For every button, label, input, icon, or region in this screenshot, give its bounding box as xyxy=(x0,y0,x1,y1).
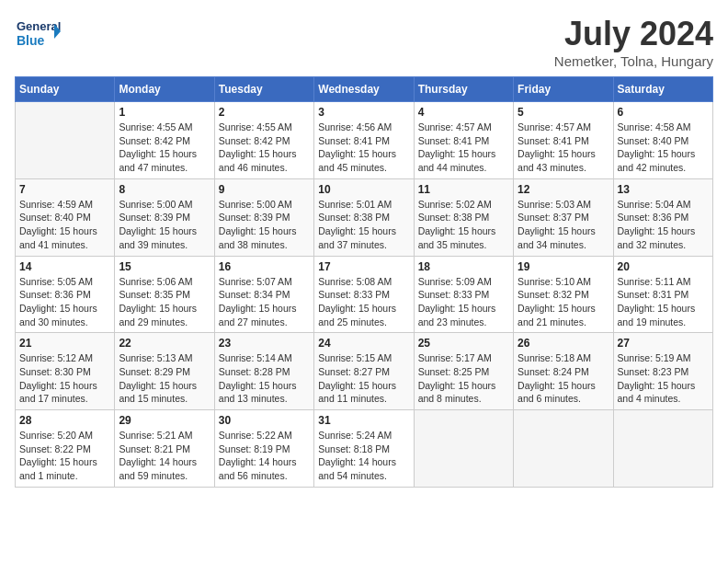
day-number: 29 xyxy=(119,414,210,427)
day-detail: Sunrise: 4:59 AM Sunset: 8:40 PM Dayligh… xyxy=(19,198,110,252)
svg-text:Blue: Blue xyxy=(17,33,45,48)
day-number: 25 xyxy=(418,337,509,350)
calendar-week-row: 14Sunrise: 5:05 AM Sunset: 8:36 PM Dayli… xyxy=(16,256,713,333)
day-number: 26 xyxy=(518,337,609,350)
calendar-cell: 28Sunrise: 5:20 AM Sunset: 8:22 PM Dayli… xyxy=(16,410,115,488)
day-detail: Sunrise: 5:00 AM Sunset: 8:39 PM Dayligh… xyxy=(119,198,210,252)
calendar-cell: 18Sunrise: 5:09 AM Sunset: 8:33 PM Dayli… xyxy=(414,256,513,333)
svg-text:General: General xyxy=(17,19,61,33)
day-detail: Sunrise: 4:57 AM Sunset: 8:41 PM Dayligh… xyxy=(418,121,509,175)
day-detail: Sunrise: 5:17 AM Sunset: 8:25 PM Dayligh… xyxy=(418,351,509,406)
day-detail: Sunrise: 5:01 AM Sunset: 8:38 PM Dayligh… xyxy=(318,198,409,252)
calendar-cell: 26Sunrise: 5:18 AM Sunset: 8:24 PM Dayli… xyxy=(514,333,613,410)
day-detail: Sunrise: 5:07 AM Sunset: 8:34 PM Dayligh… xyxy=(219,275,310,329)
month-year-title: July 2024 xyxy=(554,15,713,53)
calendar-cell: 21Sunrise: 5:12 AM Sunset: 8:30 PM Dayli… xyxy=(16,333,115,410)
day-number: 30 xyxy=(219,414,310,427)
calendar-week-row: 21Sunrise: 5:12 AM Sunset: 8:30 PM Dayli… xyxy=(16,333,713,410)
day-number: 8 xyxy=(119,183,210,196)
day-number: 1 xyxy=(119,106,210,119)
day-detail: Sunrise: 5:18 AM Sunset: 8:24 PM Dayligh… xyxy=(518,351,609,406)
day-number: 7 xyxy=(19,183,110,196)
day-detail: Sunrise: 4:57 AM Sunset: 8:41 PM Dayligh… xyxy=(518,121,609,175)
day-number: 31 xyxy=(318,414,409,427)
calendar-cell: 23Sunrise: 5:14 AM Sunset: 8:28 PM Dayli… xyxy=(214,333,313,410)
day-number: 15 xyxy=(119,260,210,273)
calendar-cell: 5Sunrise: 4:57 AM Sunset: 8:41 PM Daylig… xyxy=(514,102,613,179)
day-number: 22 xyxy=(119,337,210,350)
calendar-cell: 13Sunrise: 5:04 AM Sunset: 8:36 PM Dayli… xyxy=(613,178,712,256)
calendar-cell xyxy=(613,410,712,488)
calendar-cell: 14Sunrise: 5:05 AM Sunset: 8:36 PM Dayli… xyxy=(16,256,115,333)
day-detail: Sunrise: 4:55 AM Sunset: 8:42 PM Dayligh… xyxy=(219,121,310,175)
day-detail: Sunrise: 5:02 AM Sunset: 8:38 PM Dayligh… xyxy=(418,198,509,252)
weekday-header-saturday: Saturday xyxy=(613,77,712,102)
weekday-header-row: SundayMondayTuesdayWednesdayThursdayFrid… xyxy=(16,77,713,102)
day-detail: Sunrise: 5:19 AM Sunset: 8:23 PM Dayligh… xyxy=(618,351,709,406)
day-detail: Sunrise: 5:08 AM Sunset: 8:33 PM Dayligh… xyxy=(318,275,409,329)
day-detail: Sunrise: 5:00 AM Sunset: 8:39 PM Dayligh… xyxy=(219,198,310,252)
weekday-header-tuesday: Tuesday xyxy=(214,77,313,102)
weekday-header-friday: Friday xyxy=(514,77,613,102)
logo-svg: General Blue xyxy=(15,15,61,55)
day-detail: Sunrise: 5:09 AM Sunset: 8:33 PM Dayligh… xyxy=(418,275,509,329)
calendar-cell: 31Sunrise: 5:24 AM Sunset: 8:18 PM Dayli… xyxy=(314,410,414,488)
day-detail: Sunrise: 5:04 AM Sunset: 8:36 PM Dayligh… xyxy=(618,198,709,252)
logo: General Blue xyxy=(15,15,61,55)
day-detail: Sunrise: 4:56 AM Sunset: 8:41 PM Dayligh… xyxy=(318,121,409,175)
calendar-cell: 24Sunrise: 5:15 AM Sunset: 8:27 PM Dayli… xyxy=(314,333,414,410)
day-number: 4 xyxy=(418,106,509,119)
day-number: 27 xyxy=(618,337,709,350)
calendar-cell: 22Sunrise: 5:13 AM Sunset: 8:29 PM Dayli… xyxy=(115,333,214,410)
calendar-cell xyxy=(16,102,115,179)
day-detail: Sunrise: 5:03 AM Sunset: 8:37 PM Dayligh… xyxy=(518,198,609,252)
day-detail: Sunrise: 5:15 AM Sunset: 8:27 PM Dayligh… xyxy=(318,351,409,406)
calendar-cell: 9Sunrise: 5:00 AM Sunset: 8:39 PM Daylig… xyxy=(214,178,313,256)
day-number: 10 xyxy=(318,183,409,196)
weekday-header-wednesday: Wednesday xyxy=(314,77,414,102)
day-detail: Sunrise: 5:12 AM Sunset: 8:30 PM Dayligh… xyxy=(19,351,110,406)
day-detail: Sunrise: 5:24 AM Sunset: 8:18 PM Dayligh… xyxy=(318,429,409,483)
day-detail: Sunrise: 5:10 AM Sunset: 8:32 PM Dayligh… xyxy=(518,275,609,329)
day-number: 16 xyxy=(219,260,310,273)
day-detail: Sunrise: 5:14 AM Sunset: 8:28 PM Dayligh… xyxy=(219,351,310,406)
title-block: July 2024 Nemetker, Tolna, Hungary xyxy=(554,15,713,69)
day-number: 11 xyxy=(418,183,509,196)
day-number: 17 xyxy=(318,260,409,273)
day-detail: Sunrise: 4:55 AM Sunset: 8:42 PM Dayligh… xyxy=(119,121,210,175)
day-number: 6 xyxy=(618,106,709,119)
day-number: 3 xyxy=(318,106,409,119)
day-number: 2 xyxy=(219,106,310,119)
calendar-cell: 3Sunrise: 4:56 AM Sunset: 8:41 PM Daylig… xyxy=(314,102,414,179)
day-detail: Sunrise: 5:05 AM Sunset: 8:36 PM Dayligh… xyxy=(19,275,110,329)
calendar-cell: 29Sunrise: 5:21 AM Sunset: 8:21 PM Dayli… xyxy=(115,410,214,488)
day-number: 5 xyxy=(518,106,609,119)
location-subtitle: Nemetker, Tolna, Hungary xyxy=(554,53,713,69)
day-number: 18 xyxy=(418,260,509,273)
calendar-cell: 12Sunrise: 5:03 AM Sunset: 8:37 PM Dayli… xyxy=(514,178,613,256)
day-number: 9 xyxy=(219,183,310,196)
day-detail: Sunrise: 5:06 AM Sunset: 8:35 PM Dayligh… xyxy=(119,275,210,329)
calendar-cell: 20Sunrise: 5:11 AM Sunset: 8:31 PM Dayli… xyxy=(613,256,712,333)
calendar-cell: 6Sunrise: 4:58 AM Sunset: 8:40 PM Daylig… xyxy=(613,102,712,179)
day-number: 24 xyxy=(318,337,409,350)
calendar-cell: 1Sunrise: 4:55 AM Sunset: 8:42 PM Daylig… xyxy=(115,102,214,179)
calendar-week-row: 1Sunrise: 4:55 AM Sunset: 8:42 PM Daylig… xyxy=(16,102,713,179)
calendar-cell: 25Sunrise: 5:17 AM Sunset: 8:25 PM Dayli… xyxy=(414,333,513,410)
day-detail: Sunrise: 5:11 AM Sunset: 8:31 PM Dayligh… xyxy=(618,275,709,329)
day-number: 20 xyxy=(618,260,709,273)
calendar-cell: 19Sunrise: 5:10 AM Sunset: 8:32 PM Dayli… xyxy=(514,256,613,333)
calendar-cell: 27Sunrise: 5:19 AM Sunset: 8:23 PM Dayli… xyxy=(613,333,712,410)
calendar-cell: 2Sunrise: 4:55 AM Sunset: 8:42 PM Daylig… xyxy=(214,102,313,179)
calendar-cell xyxy=(414,410,513,488)
day-number: 21 xyxy=(19,337,110,350)
calendar-cell: 4Sunrise: 4:57 AM Sunset: 8:41 PM Daylig… xyxy=(414,102,513,179)
calendar-cell: 11Sunrise: 5:02 AM Sunset: 8:38 PM Dayli… xyxy=(414,178,513,256)
calendar-cell: 30Sunrise: 5:22 AM Sunset: 8:19 PM Dayli… xyxy=(214,410,313,488)
calendar-cell: 8Sunrise: 5:00 AM Sunset: 8:39 PM Daylig… xyxy=(115,178,214,256)
weekday-header-thursday: Thursday xyxy=(414,77,513,102)
day-detail: Sunrise: 5:22 AM Sunset: 8:19 PM Dayligh… xyxy=(219,429,310,483)
calendar-week-row: 28Sunrise: 5:20 AM Sunset: 8:22 PM Dayli… xyxy=(16,410,713,488)
calendar-cell: 17Sunrise: 5:08 AM Sunset: 8:33 PM Dayli… xyxy=(314,256,414,333)
day-detail: Sunrise: 4:58 AM Sunset: 8:40 PM Dayligh… xyxy=(618,121,709,175)
